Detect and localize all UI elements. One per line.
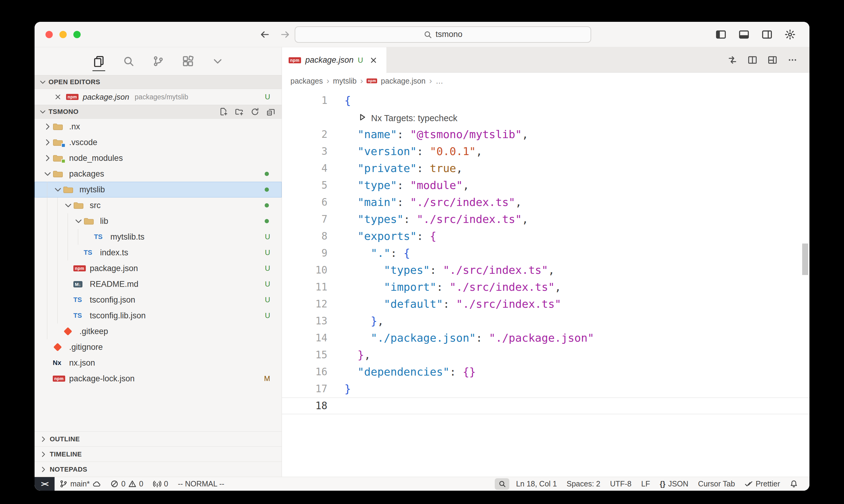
activity-more[interactable] (210, 54, 225, 69)
tab-package-json[interactable]: npm package.json U (282, 47, 387, 73)
notifications[interactable] (785, 477, 803, 491)
run-target-icon[interactable] (358, 113, 367, 122)
tree-item-tsconfig.lib.json[interactable]: TStsconfig.lib.jsonU (35, 308, 282, 323)
activity-source-control[interactable] (151, 54, 166, 69)
breadcrumb-item[interactable]: … (436, 77, 443, 85)
toggle-primary-sidebar-icon[interactable] (716, 29, 726, 40)
cursor-position[interactable]: Ln 18, Col 1 (511, 477, 562, 491)
git-status-badge: U (265, 264, 282, 273)
command-center-search[interactable]: tsmono (295, 26, 591, 43)
activity-extensions[interactable] (180, 54, 195, 69)
new-file-icon[interactable] (219, 108, 228, 116)
tree-item-packages[interactable]: packages (35, 166, 282, 182)
modified-dot (265, 172, 269, 176)
close-tab-icon[interactable] (369, 56, 378, 65)
breadcrumb-item[interactable]: mytslib (333, 77, 357, 85)
language-mode[interactable]: {} JSON (655, 477, 693, 491)
panel-timeline[interactable]: TIMELINE (35, 447, 282, 462)
panel-outline[interactable]: OUTLINE (35, 431, 282, 447)
open-editor-item[interactable]: npm package.json packages/mytslib U (35, 89, 282, 105)
git-status-badge: U (265, 311, 282, 320)
close-editor-icon[interactable] (54, 93, 62, 101)
code-token: "0.0.1" (430, 145, 476, 158)
panel-notepads[interactable]: NOTEPADS (35, 462, 282, 477)
chevron-right-icon[interactable] (42, 138, 53, 147)
tree-item-index.ts[interactable]: TSindex.tsU (35, 245, 282, 260)
tree-item-README.md[interactable]: M↓README.mdU (35, 276, 282, 292)
tree-item-.gitignore[interactable]: .gitignore (35, 339, 282, 355)
formatter-indicator[interactable]: Prettier (740, 477, 785, 491)
line-number: 7 (282, 211, 327, 228)
chevron-right-icon[interactable] (42, 154, 53, 163)
tree-item-mytslib.ts[interactable]: TSmytslib.tsU (35, 229, 282, 245)
tree-item-node_modules[interactable]: node_modules (35, 150, 282, 166)
zoom-window-button[interactable] (73, 31, 81, 38)
vim-mode: -- NORMAL -- (178, 480, 224, 488)
scrollbar-thumb[interactable] (802, 244, 808, 275)
minimize-window-button[interactable] (59, 31, 67, 38)
activity-search[interactable] (121, 54, 136, 69)
code-token: : (391, 247, 403, 259)
indent-guide (42, 323, 53, 339)
close-window-button[interactable] (46, 31, 53, 38)
more-actions-icon[interactable] (788, 55, 797, 65)
tree-item-.vscode[interactable]: .vscode (35, 134, 282, 150)
tree-item-mytslib[interactable]: mytslib (35, 182, 282, 197)
activity-explorer[interactable] (91, 54, 106, 69)
new-folder-icon[interactable] (235, 108, 243, 116)
indentation[interactable]: Spaces: 2 (562, 477, 605, 491)
tree-item-.gitkeep[interactable]: .gitkeep (35, 323, 282, 339)
forward-button[interactable] (280, 30, 290, 40)
back-button[interactable] (259, 30, 270, 40)
code-line-12: 12 "default": "./src/index.ts" (282, 295, 809, 312)
workspace-header[interactable]: TSMONO (35, 105, 282, 119)
branch-indicator[interactable]: main* (55, 477, 105, 491)
toggle-panel-icon[interactable] (739, 29, 750, 40)
open-editors-header[interactable]: OPEN EDITORS (35, 75, 282, 89)
compare-icon[interactable] (728, 55, 737, 65)
ports-indicator[interactable]: 0 (148, 477, 173, 491)
cursor-tab-indicator[interactable]: Cursor Tab (693, 477, 740, 491)
line-number: 17 (282, 380, 327, 397)
tree-item-package-lock.json[interactable]: npmpackage-lock.jsonM (35, 371, 282, 386)
tree-item-tsconfig.json[interactable]: TStsconfig.jsonU (35, 292, 282, 308)
breadcrumb-item[interactable]: package.json (381, 77, 425, 85)
remote-indicator[interactable]: >< (35, 477, 55, 491)
tree-item-nx.json[interactable]: Nxnx.json (35, 355, 282, 371)
tree-item-lib[interactable]: lib (35, 213, 282, 229)
settings-gear-icon[interactable] (785, 29, 795, 40)
chevron-down-icon[interactable] (53, 185, 63, 194)
line-content: "default": "./src/index.ts" (327, 295, 561, 312)
code-line-14: 14 "./package.json": "./package.json" (282, 329, 809, 346)
line-number: 3 (282, 143, 327, 160)
split-editor-icon[interactable] (747, 55, 757, 65)
eol[interactable]: LF (636, 477, 655, 491)
tree-item-package.json[interactable]: npmpackage.jsonU (35, 260, 282, 276)
editor-layout-icon[interactable] (768, 55, 777, 65)
code-token: , (456, 162, 463, 175)
line-number: 8 (282, 228, 327, 245)
chevron-right-icon[interactable] (42, 122, 53, 131)
breadcrumb-item[interactable]: packages (290, 77, 323, 85)
line-content: "version": "0.0.1", (327, 143, 482, 160)
npm-icon: npm (289, 55, 301, 66)
codelens-label[interactable]: Nx Targets: typecheck (371, 113, 458, 123)
cloud-sync-icon (92, 480, 101, 488)
broadcast-icon (153, 480, 161, 488)
tree-item-src[interactable]: src (35, 197, 282, 213)
chevron-down-icon[interactable] (42, 169, 53, 178)
code-token: : (430, 264, 443, 276)
encoding[interactable]: UTF-8 (605, 477, 636, 491)
tree-item-.nx[interactable]: .nx (35, 119, 282, 134)
toggle-secondary-sidebar-icon[interactable] (761, 29, 773, 40)
folder-icon (73, 200, 87, 211)
code-editor[interactable]: 1{Nx Targets: typecheck2 "name": "@tsmon… (282, 89, 809, 477)
git-icon (63, 326, 77, 337)
problems-indicator[interactable]: 0 0 (105, 477, 148, 491)
zoom-indicator[interactable] (495, 478, 509, 490)
chevron-down-icon[interactable] (63, 201, 73, 210)
code-token (344, 196, 358, 209)
refresh-icon[interactable] (251, 108, 259, 116)
chevron-down-icon[interactable] (73, 217, 84, 226)
collapse-all-icon[interactable] (266, 108, 275, 116)
